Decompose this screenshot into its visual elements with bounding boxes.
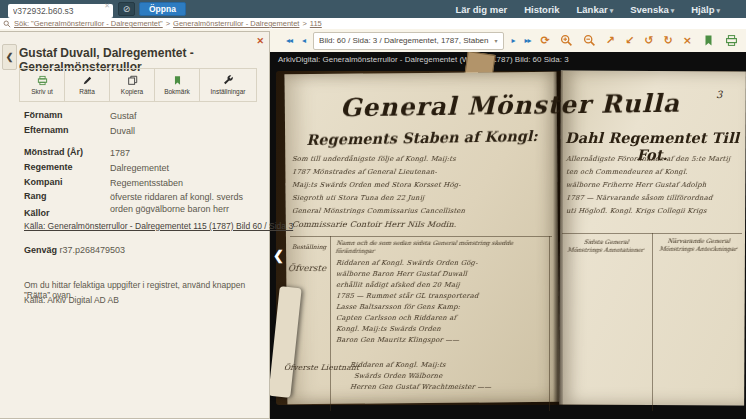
shrink-icon: ↙ bbox=[625, 34, 634, 47]
print-record-button[interactable]: Skriv ut bbox=[19, 68, 64, 102]
manuscript-line: Allernådigste Förordnande af den 5:te Ma… bbox=[566, 155, 731, 163]
close-image-button[interactable]: × bbox=[681, 35, 694, 46]
table-header: Närvarande General Mönstrings Anteckning… bbox=[656, 237, 741, 252]
learn-more-link[interactable]: Lär dig mer bbox=[455, 4, 507, 15]
bookmark-button[interactable] bbox=[700, 34, 717, 47]
settings-button[interactable]: Inställningar bbox=[199, 68, 257, 102]
field-row: Kompani Regementsstaben bbox=[24, 177, 256, 189]
help-menu[interactable]: Hjälp▾ bbox=[691, 4, 720, 15]
wrench-icon bbox=[223, 75, 234, 86]
breadcrumb-volume-link[interactable]: Generalmönsterrullor - Dalregementet bbox=[173, 19, 299, 28]
rotate-cw-button[interactable]: ↻ bbox=[661, 35, 674, 46]
field-label: Mönstrad (År) bbox=[24, 147, 110, 159]
manuscript-line: Baron Gen Mauritz Klingspor —— bbox=[336, 336, 460, 344]
aid-helper-button[interactable]: ⊘ bbox=[118, 2, 135, 16]
manuscript-line: uti Höglofl. Kongl. Krigs Collegii Krigs bbox=[566, 207, 708, 215]
manuscript-line: Capten Carlsson och Riddaren af bbox=[336, 314, 457, 322]
breadcrumb-page-link[interactable]: 115 bbox=[310, 19, 322, 28]
field-label: Förnamn bbox=[24, 110, 110, 122]
chevron-down-icon: ▾ bbox=[610, 7, 614, 14]
field-label: Regemente bbox=[24, 162, 110, 174]
rotate-ccw-icon: ↺ bbox=[644, 34, 653, 47]
manuscript-line: Swärds Orden Wälborne bbox=[354, 372, 443, 380]
manuscript-line: wälborne Friherre Herr Gustaf Adolph bbox=[566, 181, 707, 189]
next-image-button[interactable]: ▸ bbox=[510, 37, 517, 45]
last-image-button[interactable]: ▸▸ bbox=[523, 37, 533, 45]
manuscript-line: Lasse Baltsarsson för Gens Kamp: bbox=[336, 303, 461, 311]
document-viewer[interactable]: ArkivDigital: Generalmönsterrullor - Dal… bbox=[270, 52, 746, 419]
zoom-in-button[interactable] bbox=[558, 34, 575, 47]
table-rule bbox=[549, 236, 550, 411]
field-row: Efternamn Duvall bbox=[24, 125, 256, 137]
manuscript-line: 1785 — Rummet står GL transporterad bbox=[336, 292, 479, 300]
field-value: Dalregementet bbox=[110, 162, 256, 174]
rotate-ccw-button[interactable]: ↺ bbox=[642, 35, 655, 46]
manuscript-line: Som till underdånigste följe af Kongl. M… bbox=[292, 155, 457, 163]
shortcut-label: Genväg bbox=[24, 245, 57, 255]
clear-input-icon[interactable]: ✕ bbox=[104, 2, 110, 10]
search-icon bbox=[3, 20, 11, 28]
shortcut-value: r37.p268479503 bbox=[60, 245, 126, 255]
correct-record-button[interactable]: Rätta bbox=[64, 68, 109, 102]
table-header: Namn och de som sedan sidsta General mön… bbox=[335, 239, 545, 254]
manuscript-line: Riddaren af Kongl. Maij:ts bbox=[350, 361, 447, 369]
manuscript-line: Commissarie Contoir Herr Nils Modin. bbox=[292, 220, 458, 229]
refresh-icon: ⟳ bbox=[541, 34, 550, 47]
breadcrumb-search-link[interactable]: Sök: "Generalmönsterrullor - Dalregement… bbox=[14, 19, 163, 28]
chevron-down-icon: ▾ bbox=[495, 37, 498, 44]
printer-icon bbox=[37, 75, 48, 86]
manuscript-title: General Mönster Rulla bbox=[306, 88, 714, 123]
bookmark-icon bbox=[702, 34, 715, 47]
panel-close-button[interactable]: ✕ bbox=[256, 36, 264, 46]
aid-input[interactable] bbox=[8, 4, 113, 18]
manuscript-rank: Öfverste bbox=[287, 263, 326, 273]
rotate-cw-icon: ↻ bbox=[663, 34, 672, 47]
source-link[interactable]: Källa: Generalmönsterrullor - Dalregemen… bbox=[24, 221, 256, 231]
printer-icon bbox=[725, 34, 738, 47]
field-value: Duvall bbox=[110, 125, 256, 137]
next-image-icon: ▸▸ bbox=[525, 36, 531, 45]
field-value: Regementsstaben bbox=[110, 177, 256, 189]
field-value: öfverste riddaren af kongl. sverds orden… bbox=[110, 191, 262, 215]
field-row: Mönstrad (År) 1787 bbox=[24, 147, 256, 159]
prev-image-button[interactable]: ◂ bbox=[300, 37, 307, 45]
links-menu[interactable]: Länkar▾ bbox=[577, 4, 614, 15]
zoom-in-icon bbox=[560, 34, 573, 47]
bookmark-icon bbox=[172, 75, 183, 86]
language-menu[interactable]: Svenska▾ bbox=[630, 4, 674, 15]
print-button[interactable] bbox=[723, 34, 740, 47]
table-header: Sidsta General Mönstrings Annotationer bbox=[565, 238, 647, 253]
pen-icon bbox=[82, 75, 93, 86]
enlarge-icon: ↗ bbox=[606, 34, 615, 47]
prev-image-icon: ◂◂ bbox=[286, 36, 292, 45]
app-root: ✕ ⊘ Öppna Lär dig mer Historik Länkar▾ S… bbox=[0, 0, 746, 419]
copy-record-button[interactable]: Kopiera bbox=[109, 68, 154, 102]
manuscript-rank: Öfverste Lieutnant bbox=[284, 363, 360, 372]
enlarge-button[interactable]: ↗ bbox=[604, 35, 617, 46]
next-icon: ▸ bbox=[512, 36, 515, 45]
history-link[interactable]: Historik bbox=[524, 4, 559, 15]
first-image-button[interactable]: ◂◂ bbox=[284, 37, 294, 45]
breadcrumb-separator: > bbox=[166, 19, 170, 28]
manuscript-line: Maij:ts Swärds Orden med Stora Korsset H… bbox=[292, 181, 462, 189]
field-label: Efternamn bbox=[24, 125, 110, 137]
aid-helper-icon: ⊘ bbox=[123, 4, 131, 14]
manuscript-line: 1787 Mönstrades af General Lieutenan- bbox=[292, 168, 438, 176]
viewer-header: ArkivDigital: Generalmönsterrullor - Dal… bbox=[270, 52, 746, 64]
table-rule bbox=[652, 233, 653, 411]
manuscript-line: ten och Commendeuren af Kongl. bbox=[566, 168, 688, 176]
panel-collapse-button[interactable]: ❮ bbox=[2, 44, 17, 70]
field-row: Rang öfverste riddaren af kongl. sverds … bbox=[24, 191, 256, 215]
zoom-out-button[interactable] bbox=[581, 34, 598, 47]
viewer-collapse-button[interactable]: ❮ bbox=[273, 248, 284, 263]
zoom-out-icon bbox=[583, 34, 596, 47]
shrink-button[interactable]: ↙ bbox=[623, 35, 636, 46]
image-select[interactable]: Bild: 60 / Sida: 3 / Dalregementet, 1787… bbox=[313, 32, 503, 50]
refresh-button[interactable]: ⟳ bbox=[539, 35, 552, 46]
record-actions: Skriv ut Rätta Kopiera Bokmärk bbox=[19, 68, 257, 102]
manuscript-line: Herren Gen Gustaf Wrachtmeister —— bbox=[350, 383, 492, 391]
open-button[interactable]: Öppna bbox=[139, 2, 186, 16]
manuscript-line: Siegroth uti Stora Tuna den 22 Junij bbox=[292, 194, 425, 202]
shortcut-row: Genväg r37.p268479503 bbox=[24, 245, 125, 255]
bookmark-record-button[interactable]: Bokmärk bbox=[154, 68, 199, 102]
